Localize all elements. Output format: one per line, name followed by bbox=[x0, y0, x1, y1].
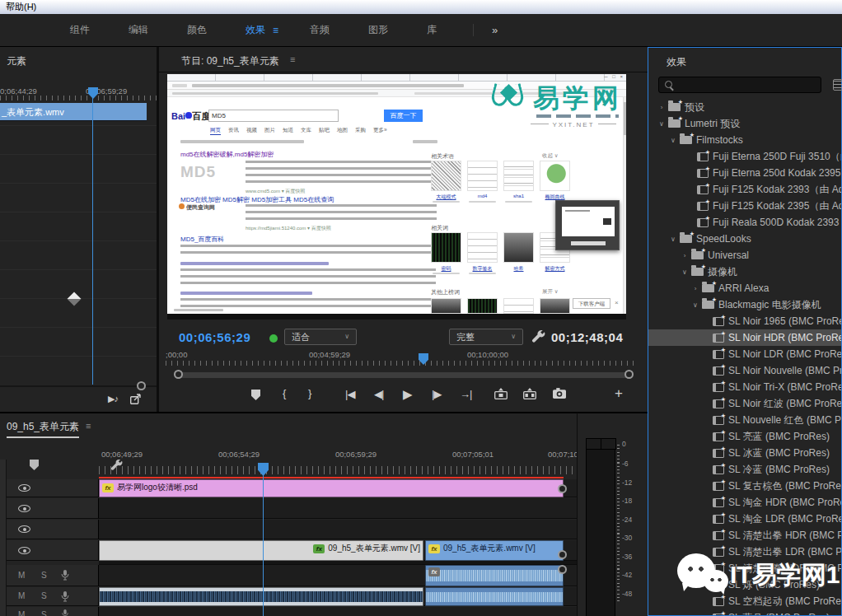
add-marker-icon[interactable] bbox=[251, 390, 260, 400]
workspace-tab-libraries[interactable]: 库 bbox=[427, 23, 437, 37]
effects-bin-lumetri[interactable]: ∨Lumetri 预设 bbox=[648, 115, 841, 132]
play-icon[interactable]: ▶ bbox=[403, 387, 412, 402]
chevron-right-icon[interactable]: › bbox=[690, 285, 700, 292]
mute-button[interactable]: M bbox=[18, 571, 25, 580]
effect-item[interactable]: SL 复古棕色 (BMC ProRes) bbox=[648, 478, 841, 494]
effect-item[interactable]: SL 冰蓝 (BMC ProRes) bbox=[648, 445, 841, 461]
track-output-eye-icon[interactable] bbox=[18, 505, 30, 512]
playback-resolution-select[interactable]: 完整∨ bbox=[449, 329, 523, 345]
video-track-lane[interactable] bbox=[99, 498, 577, 519]
effect-item[interactable]: SL 清楚出拳 HDR (BMC Pr bbox=[648, 527, 841, 544]
program-scroll-handle-right[interactable] bbox=[624, 370, 634, 379]
timeline-audio-clip[interactable] bbox=[425, 587, 564, 606]
settings-wrench-icon[interactable] bbox=[531, 329, 545, 343]
timeline-audio-clip-selected[interactable] bbox=[99, 587, 423, 606]
solo-button[interactable]: S bbox=[41, 571, 47, 580]
workspace-tab-graphics[interactable]: 图形 bbox=[368, 23, 388, 37]
chevron-right-icon[interactable]: › bbox=[680, 252, 690, 259]
effects-panel-title[interactable]: 效果 bbox=[667, 55, 686, 69]
effects-bin-universal[interactable]: ›Universal bbox=[648, 247, 841, 264]
chevron-down-icon[interactable]: ∨ bbox=[657, 120, 667, 128]
source-scroll-handle[interactable] bbox=[137, 381, 146, 390]
timeline-playhead-line[interactable] bbox=[263, 466, 264, 616]
timeline-tab[interactable]: 09_h5_表单元素 bbox=[7, 420, 79, 438]
mic-icon[interactable] bbox=[61, 609, 69, 616]
mark-in-icon[interactable]: { bbox=[283, 387, 285, 399]
effect-item[interactable]: Fuji Eterna 250d Kodak 2395（由 bbox=[648, 165, 841, 181]
button-editor-plus-icon[interactable]: + bbox=[615, 385, 622, 402]
program-panel-title[interactable]: 节目: 09_h5_表单元素 bbox=[181, 54, 279, 68]
effect-item[interactable]: Fuji F125 Kodak 2395（由 Adobe bbox=[648, 198, 841, 214]
timeline-audio-clip[interactable]: fx bbox=[425, 565, 564, 586]
source-panel-title[interactable]: 元素 bbox=[7, 54, 26, 68]
effects-search-input[interactable] bbox=[658, 77, 821, 93]
program-mini-ruler[interactable] bbox=[166, 361, 635, 366]
export-frame-icon[interactable] bbox=[130, 394, 142, 404]
workspace-tab-effects[interactable]: 效果 bbox=[246, 23, 265, 37]
zoom-level-select[interactable]: 适合∨ bbox=[284, 329, 357, 345]
mark-out-icon[interactable]: } bbox=[308, 387, 311, 399]
play-audio-icon[interactable]: ▶♪ bbox=[108, 394, 118, 404]
audio-track-lane[interactable] bbox=[99, 607, 577, 616]
video-track-lane[interactable] bbox=[99, 520, 577, 539]
workspace-tab-edit[interactable]: 编辑 bbox=[129, 23, 148, 37]
timeline-clip-wmv-selected[interactable]: fx09_h5_表单元素.wmv [V] bbox=[99, 540, 423, 561]
effect-item[interactable]: SL 冷蓝 (BMC ProRes) bbox=[648, 461, 841, 478]
go-to-in-icon[interactable]: |◀ bbox=[345, 388, 354, 400]
extract-icon[interactable] bbox=[523, 388, 536, 399]
source-ruler[interactable] bbox=[0, 96, 157, 100]
program-scroll-handle-left[interactable] bbox=[174, 370, 183, 379]
timeline-panel-menu-icon[interactable]: ≡ bbox=[86, 421, 91, 431]
effect-item[interactable]: SL 淘金 HDR (BMC ProRes) bbox=[648, 494, 841, 511]
fx-badge-icon[interactable]: fx bbox=[428, 544, 440, 553]
mic-icon[interactable] bbox=[61, 570, 69, 581]
effect-item[interactable]: SL Nouvelle 红色 (BMC Pro bbox=[648, 412, 841, 428]
timeline-clip-psd[interactable]: fx易学网logo较清晰.psd bbox=[99, 479, 564, 497]
mic-icon[interactable] bbox=[61, 591, 69, 602]
effect-item[interactable]: SL 蓝月 (BMC ProRes) bbox=[648, 609, 841, 615]
workspace-tab-color[interactable]: 颜色 bbox=[187, 23, 207, 37]
chevron-down-icon[interactable]: ∨ bbox=[690, 301, 700, 309]
go-to-out-icon[interactable]: →| bbox=[460, 388, 471, 400]
mute-button[interactable]: M bbox=[18, 591, 25, 600]
source-clip-bar[interactable]: _表单元素.wmv bbox=[0, 103, 147, 121]
effects-bin-arri[interactable]: ›ARRI Alexa bbox=[648, 280, 841, 296]
track-output-eye-icon[interactable] bbox=[18, 547, 30, 554]
effect-item[interactable]: SL 淘金 LDR (BMC ProRes) bbox=[648, 511, 841, 527]
fx-badge-icon[interactable]: fx bbox=[428, 567, 440, 576]
timeline-ruler[interactable] bbox=[99, 466, 577, 474]
effect-item[interactable]: SL Noir 1965 (BMC ProRes) bbox=[648, 313, 841, 329]
solo-button[interactable]: S bbox=[41, 591, 47, 600]
step-forward-icon[interactable]: |▶ bbox=[432, 388, 441, 400]
menu-help[interactable]: 帮助(H) bbox=[6, 2, 36, 12]
effects-bin-presets[interactable]: ›预设 bbox=[648, 99, 841, 115]
chevron-right-icon[interactable]: › bbox=[657, 104, 667, 111]
timeline-add-marker-icon[interactable] bbox=[30, 460, 39, 470]
effects-bin-camera[interactable]: ∨摄像机 bbox=[648, 264, 841, 280]
effect-item[interactable]: SL Noir Nouvelle (BMC ProR bbox=[648, 362, 841, 379]
fx-badge-icon[interactable]: fx bbox=[313, 544, 325, 553]
effect-item[interactable]: Fuji Reala 500D Kodak 2393（由 bbox=[648, 214, 841, 231]
program-scrollbar[interactable] bbox=[179, 372, 632, 378]
step-back-icon[interactable]: ◀| bbox=[374, 388, 383, 400]
lift-icon[interactable] bbox=[494, 388, 508, 399]
workspace-overflow-icon[interactable]: » bbox=[473, 24, 498, 36]
effects-bin-filmstocks[interactable]: ∨Filmstocks bbox=[648, 132, 841, 148]
effects-bin-speedlooks[interactable]: ∨SpeedLooks bbox=[648, 231, 841, 247]
chevron-down-icon[interactable]: ∨ bbox=[668, 137, 678, 144]
track-output-eye-icon[interactable] bbox=[18, 525, 30, 533]
workspace-menu-icon[interactable]: ≡ bbox=[273, 25, 278, 36]
program-panel-menu-icon[interactable]: ≡ bbox=[290, 54, 295, 64]
effects-filter-badge-icon[interactable] bbox=[833, 79, 842, 91]
fx-badge-icon[interactable]: fx bbox=[102, 483, 114, 492]
program-current-timecode[interactable]: 00;06;56;29 bbox=[179, 330, 250, 344]
export-frame-camera-icon[interactable] bbox=[553, 388, 566, 399]
effect-item-selected[interactable]: SL Noir HDR (BMC ProRes) bbox=[648, 329, 841, 346]
workspace-tab-audio[interactable]: 音频 bbox=[310, 23, 330, 37]
effect-item[interactable]: SL Noir LDR (BMC ProRes) bbox=[648, 346, 841, 362]
solo-button[interactable]: S bbox=[41, 610, 47, 616]
effect-item[interactable]: SL 亮蓝 (BMC ProRes) bbox=[648, 428, 841, 445]
timeline-clip-wmv[interactable]: fx09_h5_表单元素.wmv [V] bbox=[425, 540, 564, 561]
effect-item[interactable]: SL Noir Tri-X (BMC ProRes) bbox=[648, 379, 841, 395]
effect-item[interactable]: Fuji F125 Kodak 2393（由 Adobe bbox=[648, 181, 841, 198]
